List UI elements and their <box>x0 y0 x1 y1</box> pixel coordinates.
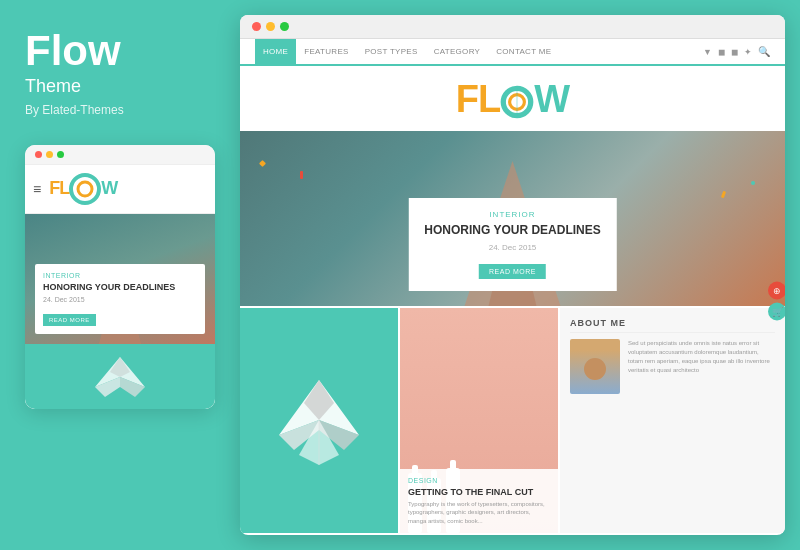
brand-author: By Elated-Themes <box>25 103 124 117</box>
origami-bird-desktop-icon <box>259 365 379 475</box>
mobile-hero-title: HONORING YOUR DEADLINES <box>43 282 197 293</box>
grid-col-1-origami <box>240 308 398 533</box>
desktop-nav: HOME FEATURES POST TYPES CATEGORY CONTAC… <box>240 39 785 66</box>
social-icon-3[interactable]: ◼ <box>731 47 738 57</box>
desktop-header: FLW <box>240 66 785 131</box>
right-edge-icons: ⊕ 🛒 <box>768 282 785 321</box>
nav-icons: ▼ ◼ ◼ ✦ 🔍 <box>703 46 770 57</box>
search-icon[interactable]: 🔍 <box>758 46 770 57</box>
brand-title: Flow <box>25 30 121 72</box>
mobile-dot-red <box>35 151 42 158</box>
mobile-content: ≡ FLW INTERIOR HONORING YOUR DEADLINES 2… <box>25 165 215 409</box>
desktop-hero: INTERIOR HONORING YOUR DEADLINES 24. Dec… <box>240 131 785 306</box>
mobile-hero: INTERIOR HONORING YOUR DEADLINES 24. Dec… <box>25 214 215 344</box>
mobile-dot-green <box>57 151 64 158</box>
hero-read-more-btn[interactable]: READ MORE <box>479 264 546 279</box>
desktop-logo-o <box>498 83 536 121</box>
mobile-hero-date: 24. Dec 2015 <box>43 296 197 303</box>
mobile-hero-category: INTERIOR <box>43 272 197 279</box>
desktop-logo-w: W <box>534 78 569 120</box>
edge-circle-1[interactable]: ⊕ <box>768 282 785 300</box>
nav-links: HOME FEATURES POST TYPES CATEGORY CONTAC… <box>255 39 559 64</box>
grid-col-2-content: DESIGN GETTING TO THE FINAL CUT Typograp… <box>400 469 558 533</box>
social-icon-4[interactable]: ✦ <box>744 47 752 57</box>
grid-col-3-about: ABOUT ME Sed ut perspiciatis unde omnis … <box>560 308 785 533</box>
mobile-nav: ≡ FLW <box>25 165 215 214</box>
about-photo <box>570 339 620 394</box>
social-icon-2[interactable]: ◼ <box>718 47 725 57</box>
hamburger-icon[interactable]: ≡ <box>33 181 41 197</box>
grid-col-2-bottles: DESIGN GETTING TO THE FINAL CUT Typograp… <box>400 308 558 533</box>
mobile-logo-w: W <box>101 178 117 198</box>
mobile-bottom-image <box>25 344 215 409</box>
desktop-dot-green <box>280 22 289 31</box>
grid-category: DESIGN <box>408 477 550 484</box>
mobile-logo: FLW <box>49 171 117 207</box>
grid-text: Typography is the work of typesetters, c… <box>408 500 550 525</box>
desktop-dot-yellow <box>266 22 275 31</box>
nav-post-types[interactable]: POST TYPES <box>357 39 426 64</box>
svg-point-1 <box>78 182 92 196</box>
mobile-title-bar <box>25 145 215 165</box>
hero-date: 24. Dec 2015 <box>424 243 600 252</box>
nav-contact[interactable]: CONTACT ME <box>488 39 559 64</box>
mobile-hero-overlay: INTERIOR HONORING YOUR DEADLINES 24. Dec… <box>35 264 205 334</box>
edge-circle-2[interactable]: 🛒 <box>768 303 785 321</box>
about-text: Sed ut perspiciatis unde omnis iste natu… <box>628 339 775 375</box>
hero-title: HONORING YOUR DEADLINES <box>424 223 600 239</box>
hero-category: INTERIOR <box>424 210 600 219</box>
origami-bird-icon <box>80 347 160 407</box>
right-panel: HOME FEATURES POST TYPES CATEGORY CONTAC… <box>240 0 800 550</box>
desktop-mockup: HOME FEATURES POST TYPES CATEGORY CONTAC… <box>240 15 785 535</box>
nav-category[interactable]: CATEGORY <box>426 39 489 64</box>
left-panel: Flow Theme By Elated-Themes ≡ FLW INTERI… <box>0 0 240 550</box>
about-title: ABOUT ME <box>570 318 775 333</box>
mobile-logo-fl: FL <box>49 178 69 198</box>
nav-home[interactable]: HOME <box>255 39 296 64</box>
desktop-logo: FLW <box>240 80 785 121</box>
mobile-logo-o <box>67 171 103 207</box>
hero-overlay: INTERIOR HONORING YOUR DEADLINES 24. Dec… <box>408 198 616 291</box>
mobile-dot-yellow <box>46 151 53 158</box>
nav-features[interactable]: FEATURES <box>296 39 356 64</box>
desktop-logo-fl: FL <box>456 78 500 120</box>
svg-point-0 <box>71 175 99 203</box>
desktop-grid: DESIGN GETTING TO THE FINAL CUT Typograp… <box>240 308 785 533</box>
brand-subtitle: Theme <box>25 76 81 97</box>
desktop-dot-red <box>252 22 261 31</box>
mobile-read-more-btn[interactable]: READ MORE <box>43 314 96 326</box>
desktop-title-bar <box>240 15 785 39</box>
about-content: Sed ut perspiciatis unde omnis iste natu… <box>570 339 775 394</box>
mobile-mockup: ≡ FLW INTERIOR HONORING YOUR DEADLINES 2… <box>25 145 215 409</box>
social-icon-1[interactable]: ▼ <box>703 47 712 57</box>
grid-title: GETTING TO THE FINAL CUT <box>408 487 550 497</box>
